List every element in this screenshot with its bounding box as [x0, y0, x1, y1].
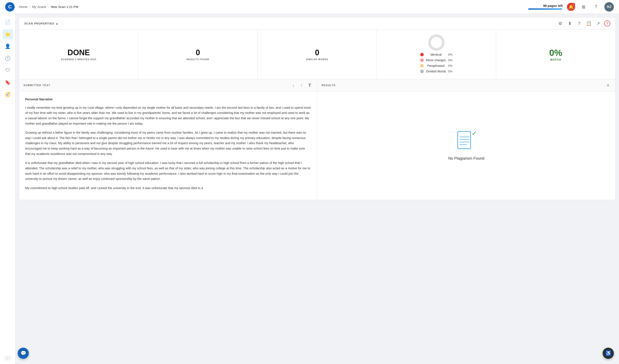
match-row-identical: Identical 0%	[420, 53, 452, 56]
stat-results-block: 0 RESULTS FOUND	[138, 30, 257, 79]
notification-button[interactable]: 🔔 1	[567, 3, 575, 11]
omitted-pct: 0%	[448, 70, 452, 73]
top-nav: C Home › My Scans › New Scan 1:21 PM 98 …	[0, 0, 619, 14]
bookmark-icon: 🔖	[5, 80, 11, 85]
match-percent-value: 0%	[549, 48, 562, 58]
donut-chart	[428, 34, 445, 51]
match-row-minor: Minor changes 0%	[420, 58, 452, 62]
doc-icon-container: ✓	[457, 130, 476, 152]
sidebar-item-upload[interactable]: 📄	[3, 17, 13, 27]
users-icon: 👤	[5, 44, 11, 49]
identical-dot	[420, 53, 424, 56]
grid-button[interactable]: ⊞	[579, 3, 588, 11]
alert-button[interactable]: !	[604, 20, 610, 27]
stat-words-block: 0 SIMILAR WORDS	[258, 30, 377, 79]
results-panel-title: RESULTS	[322, 84, 336, 87]
text-paragraph-3: It is unfortunate that my grandfather di…	[25, 160, 311, 182]
paraphrased-dot	[420, 64, 424, 67]
identical-label: Identical	[426, 53, 446, 56]
user-avatar[interactable]: HJ	[604, 2, 614, 12]
breadcrumb-home[interactable]: Home	[19, 5, 28, 9]
accessibility-icon: ♿	[605, 351, 611, 356]
text-content[interactable]: Personal Narrative I vividly remember my…	[19, 92, 317, 200]
sidebar-toggle[interactable]: ‹	[4, 355, 11, 361]
stats-row: DONE SCANNED 2 MINUTES AGO 0 RESULTS FOU…	[19, 30, 616, 79]
notification-badge: 1	[572, 3, 575, 6]
sidebar-item-compass[interactable]: 🧭	[3, 89, 13, 100]
stat-words-label: SIMILAR WORDS	[306, 58, 328, 61]
chat-button[interactable]: 💬	[18, 348, 29, 359]
breadcrumb-my-scans[interactable]: My Scans	[32, 5, 46, 9]
history-icon: 🕐	[5, 56, 11, 61]
help-button[interactable]: ?	[576, 20, 583, 27]
shield-icon: 🛡	[5, 68, 10, 73]
sidebar-item-bookmark[interactable]: 🔖	[3, 77, 13, 88]
file-button[interactable]: 📋	[585, 20, 592, 27]
sidebar: 📄 ⭐ 👤 🕐 🛡 🔖 🧭 ‹	[0, 14, 15, 364]
text-panel-title: SUBMITTED TEXT	[23, 84, 50, 87]
breadcrumb-sep-1: ›	[29, 5, 30, 9]
scan-properties-bar: SCAN PROPERTIES ▲ ⚙ ⬇ ? 📋 ↗ !	[19, 17, 616, 30]
match-categories: Identical 0% Minor changes 0% Paraphrase…	[417, 51, 456, 75]
layout: 📄 ⭐ 👤 🕐 🛡 🔖 🧭 ‹ SCAN PROPERTIES ▲	[0, 14, 619, 364]
match-row-omitted: Omitted Words 0%	[420, 70, 452, 73]
scan-props-icons: ⚙ ⬇ ? 📋 ↗ !	[557, 20, 610, 27]
document-svg	[457, 130, 473, 150]
sidebar-item-history[interactable]: 🕐	[3, 53, 13, 64]
scroll-down-button[interactable]: ↓	[290, 82, 296, 88]
progress-bar	[528, 8, 563, 10]
text-paragraph-2: Growing up without a father figure in th…	[25, 130, 311, 156]
paraphrased-label: Paraphrased	[426, 64, 446, 67]
identical-pct: 0%	[448, 53, 452, 56]
breadcrumb: Home › My Scans › New Scan 1:21 PM	[19, 5, 78, 9]
sidebar-item-users[interactable]: 👤	[3, 41, 13, 52]
chat-icon: 💬	[20, 351, 26, 356]
text-paragraph-1: I vividly remember my time growing up in…	[25, 105, 311, 126]
font-size-button[interactable]: T	[307, 82, 313, 88]
progress-bar-fill	[528, 8, 562, 10]
paraphrased-pct: 0%	[448, 64, 452, 67]
results-panel-header: RESULTS ≡	[317, 79, 615, 92]
sidebar-bottom: ‹	[4, 355, 11, 361]
filter-button[interactable]: ≡	[605, 82, 611, 88]
svg-rect-0	[458, 132, 471, 149]
stat-scanned-ago: SCANNED 2 MINUTES AGO	[61, 58, 96, 61]
chevron-up-icon: ▲	[56, 22, 58, 25]
text-panel-actions: ↓ ↑ T	[290, 82, 313, 88]
pages-left-label: 98 pages left	[543, 4, 563, 8]
scroll-up-button[interactable]: ↑	[298, 82, 305, 88]
accessibility-button[interactable]: ♿	[603, 348, 614, 359]
settings-button[interactable]: ⚙	[557, 20, 564, 27]
minor-pct: 0%	[448, 58, 452, 62]
stat-done-value: DONE	[68, 48, 90, 57]
check-icon: ✓	[471, 129, 477, 137]
text-title: Personal Narrative	[25, 97, 311, 102]
no-plagiarism-container: ✓ No Plagiarism Found	[317, 92, 615, 200]
sidebar-item-shield[interactable]: 🛡	[3, 65, 13, 76]
breadcrumb-current: New Scan 1:21 PM	[51, 5, 78, 9]
download-button[interactable]: ⬇	[566, 20, 573, 27]
stat-results-value: 0	[196, 48, 200, 57]
donut-inner	[431, 37, 442, 48]
stat-donut-block: Identical 0% Minor changes 0% Paraphrase…	[377, 30, 496, 79]
match-row-paraphrased: Paraphrased 0%	[420, 64, 452, 67]
upload-icon: 📄	[5, 20, 11, 25]
sidebar-item-starred[interactable]: ⭐	[3, 29, 13, 40]
nav-right: 98 pages left 🔔 1 ⊞ ? HJ	[528, 2, 614, 12]
results-panel-actions: ≡	[605, 82, 611, 88]
main-content: SCAN PROPERTIES ▲ ⚙ ⬇ ? 📋 ↗ ! DONE SCANN…	[15, 14, 619, 364]
stat-done-block: DONE SCANNED 2 MINUTES AGO	[19, 30, 138, 79]
content-columns: SUBMITTED TEXT ↓ ↑ T Personal Narrative …	[19, 79, 616, 200]
donut-circle	[428, 34, 445, 51]
app-logo[interactable]: C	[5, 2, 15, 12]
results-panel: RESULTS ≡ ✓	[317, 79, 615, 200]
omitted-label: Omitted Words	[426, 70, 446, 73]
star-icon: ⭐	[5, 32, 11, 37]
compass-icon: 🧭	[5, 92, 11, 97]
no-plagiarism-label: No Plagiarism Found	[448, 156, 484, 161]
question-icon: ?	[595, 4, 597, 9]
text-panel-header: SUBMITTED TEXT ↓ ↑ T	[19, 79, 317, 92]
pages-left-container: 98 pages left	[528, 4, 563, 10]
share-button[interactable]: ↗	[595, 20, 602, 27]
help-nav-button[interactable]: ?	[592, 3, 600, 11]
